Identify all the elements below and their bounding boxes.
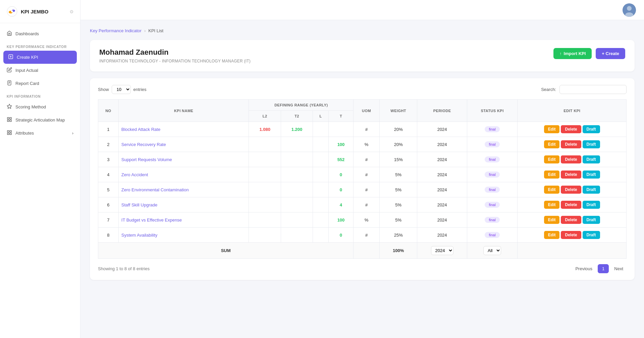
sum-periode: 2024 <box>417 243 467 259</box>
draft-button[interactable]: Draft <box>583 216 600 224</box>
pagination-next-button[interactable]: Next <box>611 264 627 273</box>
pagination-prev-button[interactable]: Previous <box>572 264 596 273</box>
delete-button[interactable]: Delete <box>561 231 581 239</box>
edit-button[interactable]: Edit <box>544 216 560 224</box>
cell-t2 <box>281 182 313 197</box>
cell-periode: 2024 <box>417 212 467 228</box>
cell-t2 <box>281 137 313 152</box>
cell-edit-actions: Edit Delete Draft <box>518 167 627 182</box>
cell-t2 <box>281 212 313 228</box>
sidebar-item-input-actual[interactable]: Input Actual <box>0 64 80 77</box>
entries-label: entries <box>133 87 147 92</box>
th-l2: L2 <box>249 111 281 122</box>
page-header: Mohamad Zaenudin INFORMATION TECHNOLOGY … <box>90 40 635 71</box>
delete-button[interactable]: Delete <box>561 216 581 224</box>
th-t2: T2 <box>281 111 313 122</box>
edit-button[interactable]: Edit <box>544 231 560 239</box>
sum-status-select[interactable]: All <box>483 246 501 255</box>
cell-l <box>313 212 329 228</box>
import-kpi-button[interactable]: ↑ Import KPI <box>553 48 592 59</box>
svg-point-3 <box>11 10 13 12</box>
sidebar-item-scoring-method[interactable]: Scoring Method <box>0 100 80 113</box>
cell-kpi-name[interactable]: System Availability <box>118 228 249 243</box>
sidebar-dashboards-label: Dashboards <box>15 31 73 36</box>
table-row: 7IT Budget vs Effective Expense100%5%202… <box>98 212 627 228</box>
cell-kpi-name[interactable]: Blocked Attack Rate <box>118 122 249 137</box>
cell-status: final <box>467 152 517 167</box>
main-content: Key Performance Indicator › KPI List Moh… <box>80 0 644 338</box>
cell-l2 <box>249 228 281 243</box>
cell-t2: 1.200 <box>281 122 313 137</box>
cell-kpi-name[interactable]: Staff Skill Upgrade <box>118 197 249 212</box>
sidebar-report-card-label: Report Card <box>15 81 73 86</box>
table-row: 4Zero Accident0#5%2024final Edit Delete … <box>98 167 627 182</box>
draft-button[interactable]: Draft <box>583 155 600 163</box>
delete-button[interactable]: Delete <box>561 186 581 194</box>
edit-button[interactable]: Edit <box>544 155 560 163</box>
th-kpi-name: KPI NAME <box>118 100 249 122</box>
delete-button[interactable]: Delete <box>561 140 581 148</box>
delete-button[interactable]: Delete <box>561 155 581 163</box>
edit-button[interactable]: Edit <box>544 171 560 179</box>
cell-kpi-name[interactable]: IT Budget vs Effective Expense <box>118 212 249 228</box>
cell-t: 0 <box>328 228 354 243</box>
table-controls: Show 10 25 50 entries Search: <box>98 85 627 94</box>
cell-kpi-name[interactable]: Service Recovery Rate <box>118 137 249 152</box>
svg-rect-13 <box>10 117 11 119</box>
user-avatar[interactable] <box>623 3 636 17</box>
entries-select[interactable]: 10 25 50 <box>112 85 131 94</box>
sum-periode-select[interactable]: 2024 <box>431 246 453 255</box>
cell-edit-actions: Edit Delete Draft <box>518 197 627 212</box>
attributes-icon <box>7 130 12 136</box>
topbar-clock-icon[interactable]: ⊙ <box>70 9 73 14</box>
delete-button[interactable]: Delete <box>561 125 581 133</box>
cell-periode: 2024 <box>417 182 467 197</box>
delete-button[interactable]: Delete <box>561 171 581 179</box>
sum-status: All <box>467 243 517 259</box>
cell-periode: 2024 <box>417 122 467 137</box>
cell-t: 100 <box>328 212 354 228</box>
draft-button[interactable]: Draft <box>583 201 600 209</box>
cell-weight: 5% <box>379 167 417 182</box>
sum-actions <box>518 243 627 259</box>
cell-edit-actions: Edit Delete Draft <box>518 122 627 137</box>
edit-button[interactable]: Edit <box>544 186 560 194</box>
sidebar-item-dashboards[interactable]: Dashboards <box>0 27 80 40</box>
draft-button[interactable]: Draft <box>583 125 600 133</box>
edit-button[interactable]: Edit <box>544 201 560 209</box>
cell-kpi-name[interactable]: Support Requests Volume <box>118 152 249 167</box>
sidebar-input-actual-label: Input Actual <box>15 68 73 73</box>
draft-button[interactable]: Draft <box>583 140 600 148</box>
cell-no: 4 <box>98 167 119 182</box>
draft-button[interactable]: Draft <box>583 231 600 239</box>
sidebar-section-kpi: KEY PERFORMANCE INDICATOR <box>0 40 80 51</box>
cell-kpi-name[interactable]: Zero Environmental Contamination <box>118 182 249 197</box>
home-icon <box>7 31 12 37</box>
cell-status: final <box>467 167 517 182</box>
edit-button[interactable]: Edit <box>544 140 560 148</box>
search-input[interactable] <box>559 85 627 94</box>
sidebar-item-report-card[interactable]: Report Card <box>0 77 80 90</box>
cell-weight: 20% <box>379 137 417 152</box>
breadcrumb-link[interactable]: Key Performance Indicator <box>90 28 142 33</box>
cell-t: 552 <box>328 152 354 167</box>
draft-button[interactable]: Draft <box>583 171 600 179</box>
cell-status: final <box>467 182 517 197</box>
th-l: L <box>313 111 329 122</box>
sidebar-item-attributes[interactable]: Attributes › <box>0 127 80 140</box>
edit-button[interactable]: Edit <box>544 125 560 133</box>
cell-edit-actions: Edit Delete Draft <box>518 137 627 152</box>
draft-button[interactable]: Draft <box>583 186 600 194</box>
th-periode: PERIODE <box>417 100 467 122</box>
cell-no: 1 <box>98 122 119 137</box>
create-kpi-button[interactable]: + Create <box>596 48 625 59</box>
header-actions: ↑ Import KPI + Create <box>553 48 625 59</box>
delete-button[interactable]: Delete <box>561 201 581 209</box>
cell-kpi-name[interactable]: Zero Accident <box>118 167 249 182</box>
pagination-page-1-button[interactable]: 1 <box>598 264 609 273</box>
th-uom: UOM <box>354 100 380 122</box>
sidebar-item-strategic-map[interactable]: Strategic Articulation Map <box>0 113 80 127</box>
cell-t2 <box>281 228 313 243</box>
sidebar-item-create-kpi[interactable]: Create KPI <box>3 51 77 64</box>
search-area: Search: <box>541 85 627 94</box>
